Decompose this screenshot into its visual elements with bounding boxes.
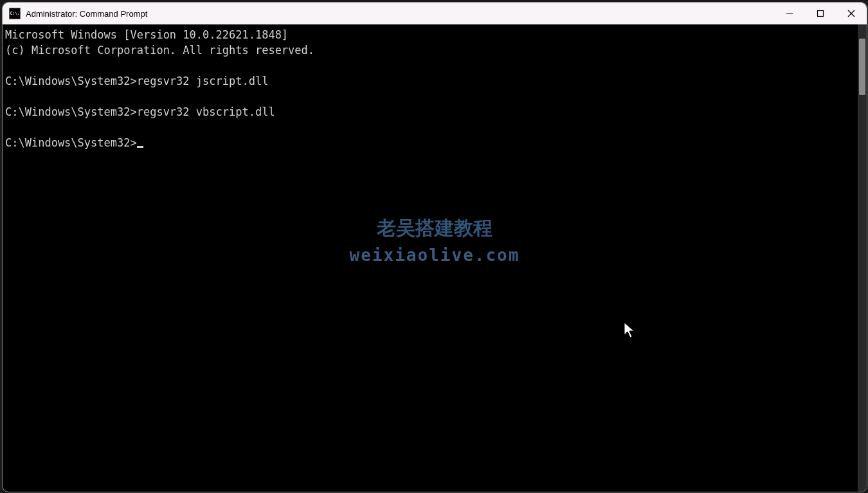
terminal-output[interactable]: Microsoft Windows [Version 10.0.22621.18… [3, 24, 858, 492]
terminal-line: C:\Windows\System32>regsvr32 jscript.dll [5, 73, 858, 89]
svg-rect-1 [818, 11, 824, 17]
terminal-line [5, 58, 858, 73]
titlebar[interactable]: C:\. Administrator: Command Prompt [3, 3, 867, 24]
maximize-button[interactable] [805, 3, 836, 24]
terminal-line [5, 120, 858, 135]
terminal-area: Microsoft Windows [Version 10.0.22621.18… [3, 24, 867, 492]
command-prompt-window: C:\. Administrator: Command Prompt [2, 2, 867, 492]
close-button[interactable] [836, 3, 867, 24]
terminal-line: Microsoft Windows [Version 10.0.22621.18… [5, 27, 858, 42]
terminal-line: C:\Windows\System32>regsvr32 vbscript.dl… [5, 104, 858, 120]
minimize-icon [786, 10, 793, 17]
terminal-line: C:\Windows\System32> [5, 135, 858, 150]
close-icon [847, 10, 855, 17]
cmd-icon: C:\. [9, 8, 21, 19]
minimize-button[interactable] [774, 3, 805, 24]
scrollbar-thumb[interactable] [859, 39, 865, 95]
window-title: Administrator: Command Prompt [26, 9, 774, 19]
text-cursor [137, 146, 143, 148]
vertical-scrollbar[interactable] [858, 24, 867, 492]
window-controls [774, 3, 867, 24]
maximize-icon [817, 10, 824, 17]
terminal-line [5, 89, 858, 104]
terminal-line: (c) Microsoft Corporation. All rights re… [5, 42, 858, 58]
